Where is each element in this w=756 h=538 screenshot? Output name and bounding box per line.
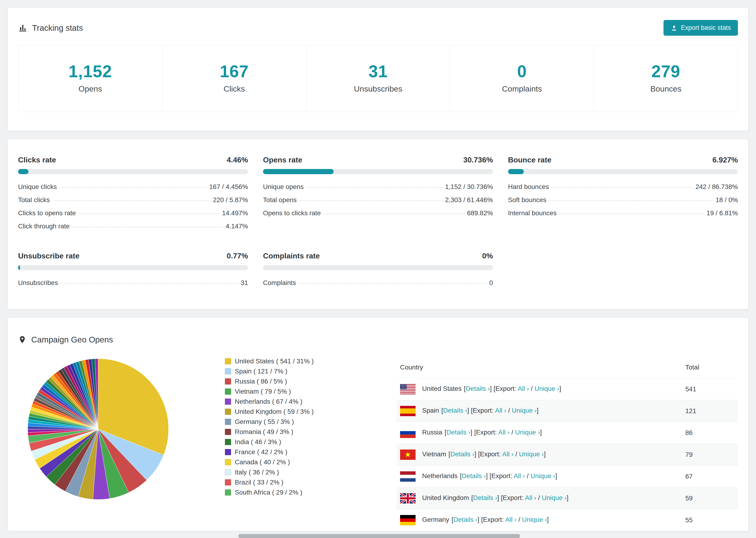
geo-table-header-total: Total [681, 357, 738, 378]
rates-grid: Clicks rate4.46%Unique clicks167 / 4.456… [18, 156, 738, 290]
rate-progress-fill [18, 265, 20, 270]
stat-complaints: 0Complaints [450, 45, 594, 112]
stat-value: 167 [162, 62, 306, 81]
export-unique-link[interactable]: Unique › [530, 472, 555, 480]
rates-card: Clicks rate4.46%Unique clicks167 / 4.456… [8, 139, 748, 309]
details-link[interactable]: Details › [462, 472, 486, 480]
legend-swatch [225, 459, 231, 465]
rate-title: Clicks rate [18, 156, 56, 164]
export-unique-link[interactable]: Unique › [519, 451, 544, 458]
stat-clicks: 167Clicks [162, 45, 306, 112]
stat-bounces: 279Bounces [594, 45, 738, 112]
geo-table: Country Total United States[Details ›] [… [396, 357, 738, 531]
country-name: Russia [422, 429, 442, 436]
country-name: Vietnam [422, 451, 446, 458]
rate-progress-bar [263, 265, 493, 270]
legend-label: France ( 42 / 2% ) [235, 448, 287, 456]
stat-value: 279 [594, 62, 738, 81]
legend-label: Canada ( 40 / 2% ) [235, 458, 290, 466]
geo-opens-card: Campaign Geo Opens United States ( 541 /… [8, 317, 748, 531]
details-link[interactable]: Details › [466, 385, 490, 392]
stat-label: Opens [18, 84, 162, 93]
rate-detail-value: 2,303 / 61.446% [445, 196, 493, 204]
export-all-link[interactable]: All › [525, 494, 536, 501]
geo-opens-title: Campaign Geo Opens [18, 335, 113, 345]
legend-item-netherlands: Netherlands ( 67 / 4% ) [225, 397, 356, 406]
rate-detail-label: Unsubscribes [18, 279, 58, 287]
legend-label: Romania ( 49 / 3% ) [235, 428, 293, 436]
rate-detail-row: Hard bounces242 / 86.738% [508, 180, 738, 193]
rate-head: Bounce rate6.927% [508, 156, 738, 164]
geo-table-country-cell: United States[Details ›] [Export: All › … [396, 378, 681, 400]
geo-table-country-cell: Netherlands[Details ›] [Export: All › / … [396, 466, 681, 488]
rate-detail-label: Soft bounces [508, 196, 546, 204]
rate-detail-label: Clicks to opens rate [18, 209, 76, 217]
export-all-link[interactable]: All › [498, 429, 510, 436]
country-links: [Details ›] [Export: All › / Unique ›] [471, 494, 568, 501]
geo-table-country-cell: Russia[Details ›] [Export: All › / Uniqu… [396, 422, 681, 444]
legend-item-vietnam: Vietnam ( 79 / 5% ) [225, 386, 356, 397]
legend-item-germany: Germany ( 55 / 3% ) [225, 417, 356, 427]
rate-title: Unsubscribe rate [18, 252, 80, 260]
rate-detail-value: 18 / 0% [716, 196, 738, 204]
export-unique-link[interactable]: Unique › [512, 407, 537, 414]
legend-label: Vietnam ( 79 / 5% ) [235, 388, 291, 395]
country-total: 55 [681, 510, 738, 531]
export-unique-link[interactable]: Unique › [542, 494, 567, 501]
export-all-link[interactable]: All › [505, 516, 516, 523]
export-all-link[interactable]: All › [502, 451, 513, 458]
flag-icon-de [400, 515, 415, 525]
export-all-link[interactable]: All › [514, 472, 525, 480]
country-total: 67 [681, 466, 738, 488]
details-link[interactable]: Details › [450, 451, 474, 458]
horizontal-scrollbar-thumb[interactable] [238, 534, 520, 538]
export-unique-link[interactable]: Unique › [522, 516, 547, 523]
legend-item-italy: Italy ( 36 / 2% ) [225, 467, 356, 477]
rate-detail-row: Total clicks220 / 5.87% [18, 193, 248, 207]
rate-progress-fill [508, 169, 524, 174]
dotted-leader [323, 214, 465, 214]
rate-detail-value: 0 [489, 279, 493, 287]
stat-value: 0 [450, 62, 594, 81]
dashboard-page: Tracking stats Export basic stats 1,152O… [0, 0, 756, 531]
country-name: Netherlands [422, 472, 458, 480]
export-basic-stats-label: Export basic stats [681, 24, 731, 31]
details-link[interactable]: Details › [443, 407, 467, 414]
legend-item-united-kingdom: United Kingdom ( 59 / 3% ) [225, 406, 356, 417]
legend-label: Spain ( 121 / 7% ) [235, 368, 287, 375]
rate-detail-value: 689.82% [467, 209, 493, 217]
tracking-stats-card: Tracking stats Export basic stats 1,152O… [8, 8, 748, 131]
rate-block-bounce-rate: Bounce rate6.927%Hard bounces242 / 86.73… [508, 156, 738, 233]
country-links: [Details ›] [Export: All › / Unique ›] [441, 407, 539, 414]
rate-progress-fill [263, 169, 334, 174]
legend-label: Russia ( 86 / 5% ) [235, 378, 287, 385]
rate-detail-label: Click through rate [18, 223, 70, 230]
dotted-leader [306, 187, 443, 188]
legend-item-romania: Romania ( 49 / 3% ) [225, 427, 356, 437]
rate-detail-value: 19 / 6.81% [706, 209, 738, 217]
details-link[interactable]: Details › [453, 516, 477, 523]
geo-table-row: Netherlands[Details ›] [Export: All › / … [396, 466, 738, 488]
rate-detail-value: 1,152 / 30.736% [445, 183, 493, 190]
rate-progress-bar [508, 169, 738, 174]
dotted-leader [52, 200, 211, 201]
export-basic-stats-button[interactable]: Export basic stats [664, 20, 738, 36]
country-name: United Kingdom [422, 494, 469, 501]
stat-label: Unsubscribes [306, 84, 450, 93]
rate-detail-row: Internal bounces19 / 6.81% [508, 207, 738, 220]
rate-progress-bar [18, 169, 248, 174]
flag-icon-nl [400, 471, 415, 482]
rate-detail-label: Unique opens [263, 183, 303, 190]
details-link[interactable]: Details › [446, 429, 470, 436]
details-link[interactable]: Details › [473, 494, 497, 501]
export-all-link[interactable]: All › [518, 385, 529, 392]
rate-detail-label: Total opens [263, 196, 297, 204]
geo-table-country-cell: United Kingdom[Details ›] [Export: All ›… [396, 488, 681, 510]
stat-unsubscribes: 31Unsubscribes [306, 45, 450, 112]
export-unique-link[interactable]: Unique › [515, 429, 540, 436]
bar-chart-icon [18, 23, 27, 32]
rate-detail-value: 31 [241, 279, 248, 287]
export-icon [671, 25, 677, 31]
export-all-link[interactable]: All › [495, 407, 506, 414]
export-unique-link[interactable]: Unique › [534, 385, 559, 392]
